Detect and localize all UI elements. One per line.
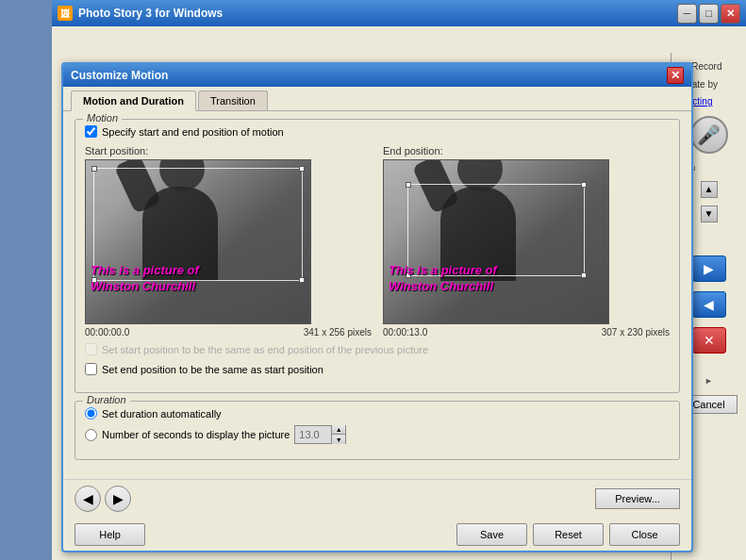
specify-motion-label: Specify start and end position of motion <box>102 126 284 138</box>
handle-tr[interactable] <box>299 166 305 172</box>
manual-duration-label: Number of seconds to display the picture <box>102 429 290 440</box>
same-as-start-label: Set end position to be the same as start… <box>102 364 323 375</box>
same-as-start-row: Set end position to be the same as start… <box>85 363 670 375</box>
motion-group: Motion Specify start and end position of… <box>75 119 680 393</box>
duration-input[interactable]: 13.0 <box>295 426 331 443</box>
preview-button[interactable]: Preview... <box>595 488 680 509</box>
scroll-down-button[interactable]: ▼ <box>701 206 718 222</box>
end-label: End position: <box>383 145 670 156</box>
maximize-button[interactable]: □ <box>699 4 719 24</box>
spinbox-arrows: ▲ ▼ <box>331 425 345 444</box>
nav-prev-button[interactable]: ◀ <box>75 486 101 512</box>
start-label: Start position: <box>85 145 372 156</box>
start-meta: 00:00:00.0 341 x 256 pixels <box>85 327 372 338</box>
same-as-start-checkbox[interactable] <box>85 363 97 375</box>
end-handle-tr[interactable] <box>581 182 587 188</box>
microphone-button[interactable]: 🎤 <box>690 116 728 154</box>
spin-up-arrow[interactable]: ▲ <box>332 425 345 435</box>
auto-duration-row: Set duration automatically <box>85 407 670 420</box>
main-buttons: Help Save Reset Close <box>63 518 691 552</box>
help-button[interactable]: Help <box>75 523 145 546</box>
app-icon: 🖼 <box>58 6 73 21</box>
end-image-container[interactable]: This is a picture ofWinston Churchill <box>383 159 609 324</box>
handle-br[interactable] <box>299 277 305 283</box>
app-title: Photo Story 3 for Windows <box>78 7 677 20</box>
app-titlebar: 🖼 Photo Story 3 for Windows ─ □ ✕ <box>52 0 746 26</box>
customize-motion-dialog: Customize Motion ✕ Motion and Duration T… <box>61 62 693 552</box>
end-time: 00:00:13.0 <box>383 327 427 338</box>
specify-motion-checkbox[interactable] <box>85 125 97 138</box>
end-photo-text: This is a picture ofWinston Churchill <box>389 263 497 295</box>
start-photo-text: This is a picture ofWinston Churchill <box>91 263 199 295</box>
nav-right-button[interactable]: ▶ <box>692 255 726 282</box>
dialog-titlebar: Customize Motion ✕ <box>63 64 691 87</box>
dialog-close-button[interactable]: ✕ <box>667 67 684 84</box>
nav-next-button[interactable]: ▶ <box>105 486 131 512</box>
specify-checkbox-row: Specify start and end position of motion <box>85 125 670 138</box>
app-close-button[interactable]: ✕ <box>721 4 740 24</box>
duration-group-label: Duration <box>83 394 130 405</box>
nav-x-button[interactable]: ✕ <box>692 327 726 354</box>
end-meta: 00:00:13.0 307 x 230 pixels <box>383 327 670 338</box>
manual-duration-radio[interactable] <box>85 429 97 441</box>
motion-group-label: Motion <box>83 112 122 124</box>
manual-duration-row: Number of seconds to display the picture… <box>85 425 670 444</box>
tab-transition[interactable]: Transition <box>198 91 268 110</box>
auto-duration-label: Set duration automatically <box>102 408 222 420</box>
auto-duration-radio[interactable] <box>85 407 97 420</box>
minimize-button[interactable]: ─ <box>677 4 697 24</box>
end-handle-br[interactable] <box>581 272 587 278</box>
same-as-prev-label: Set start position to be the same as end… <box>102 344 428 355</box>
start-image-container[interactable]: This is a picture ofWinston Churchill <box>85 159 311 324</box>
start-position-panel: Start position: <box>85 145 372 338</box>
dialog-title: Customize Motion <box>71 69 667 82</box>
spin-down-arrow[interactable]: ▼ <box>332 435 345 444</box>
duration-spinbox[interactable]: 13.0 ▲ ▼ <box>294 425 346 444</box>
start-pixels: 341 x 256 pixels <box>304 327 372 338</box>
dialog-bottom: ◀ ▶ Preview... <box>63 479 691 518</box>
end-handle-tl[interactable] <box>406 182 411 188</box>
handle-tl[interactable] <box>91 166 97 172</box>
scroll-up-button[interactable]: ▲ <box>701 181 718 198</box>
tabs-bar: Motion and Duration Transition <box>63 87 691 111</box>
nav-left-button[interactable]: ◀ <box>692 291 726 318</box>
end-position-panel: End position: <box>383 145 670 338</box>
same-as-prev-checkbox <box>85 343 97 355</box>
same-as-prev-row: Set start position to be the same as end… <box>85 343 670 355</box>
end-pixels: 307 x 230 pixels <box>602 327 670 338</box>
nav-arrows: ◀ ▶ <box>75 486 131 512</box>
tab-motion[interactable]: Motion and Duration <box>71 91 196 111</box>
save-button[interactable]: Save <box>456 523 527 546</box>
start-time: 00:00:00.0 <box>85 327 129 338</box>
reset-button[interactable]: Reset <box>533 523 604 546</box>
close-button[interactable]: Close <box>609 523 680 546</box>
duration-group: Duration Set duration automatically Numb… <box>75 401 680 460</box>
image-panels: Start position: <box>85 145 670 338</box>
